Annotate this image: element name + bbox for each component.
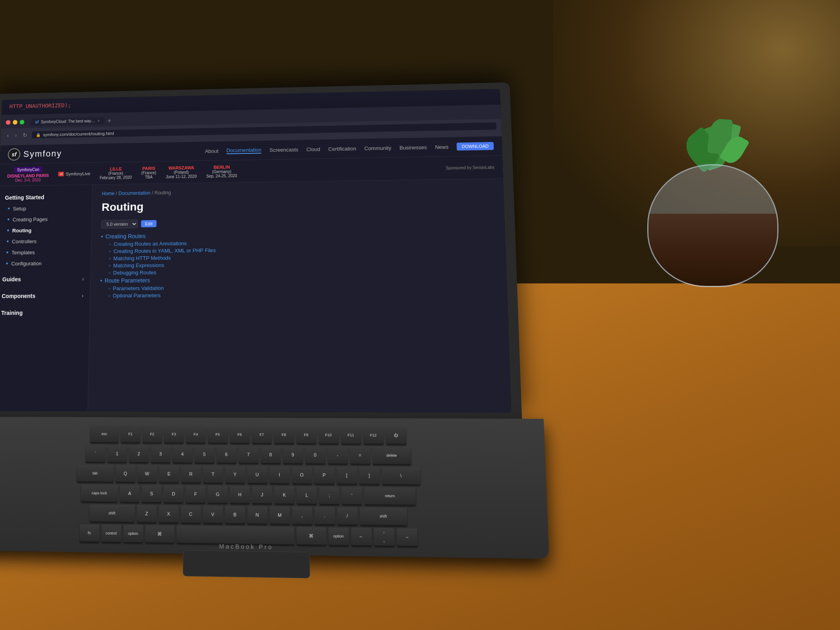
toc-link-params-validation[interactable]: Parameters Validation bbox=[108, 283, 497, 291]
toc-link-route-parameters[interactable]: Route Parameters bbox=[100, 274, 496, 284]
key-f[interactable]: F bbox=[185, 485, 205, 503]
key-a[interactable]: A bbox=[120, 485, 140, 503]
key-fn[interactable]: fn bbox=[79, 524, 99, 542]
close-button[interactable] bbox=[6, 120, 11, 125]
key-f9[interactable]: F9 bbox=[296, 427, 317, 445]
key-backtick[interactable]: ` bbox=[85, 445, 105, 463]
key-q[interactable]: Q bbox=[115, 465, 135, 483]
key-7[interactable]: 7 bbox=[238, 446, 258, 464]
version-dropdown[interactable]: 5.0 version bbox=[101, 219, 138, 228]
key-2[interactable]: 2 bbox=[129, 445, 149, 463]
nav-cloud[interactable]: Cloud bbox=[306, 146, 320, 152]
key-j[interactable]: J bbox=[252, 486, 272, 504]
new-tab-button[interactable]: + bbox=[104, 117, 114, 124]
key-c[interactable]: C bbox=[180, 505, 201, 523]
sidebar-item-creating-pages[interactable]: • Creating Pages bbox=[0, 213, 92, 225]
refresh-button[interactable]: ↻ bbox=[21, 132, 29, 138]
sidebar-item-controllers[interactable]: • Controllers bbox=[0, 235, 91, 247]
back-button[interactable]: ‹ bbox=[5, 132, 10, 139]
key-esc[interactable]: esc bbox=[90, 425, 119, 443]
key-y[interactable]: Y bbox=[225, 466, 245, 484]
key-backspace[interactable]: delete bbox=[372, 447, 411, 465]
key-s[interactable]: S bbox=[142, 485, 162, 503]
key-8[interactable]: 8 bbox=[260, 446, 281, 464]
maximize-button[interactable] bbox=[20, 120, 25, 124]
key-f12[interactable]: F12 bbox=[363, 427, 383, 445]
key-lbracket[interactable]: [ bbox=[336, 467, 357, 485]
sidebar-item-templates[interactable]: • Templates bbox=[0, 246, 91, 258]
key-l[interactable]: L bbox=[297, 486, 317, 505]
key-f11[interactable]: F11 bbox=[340, 427, 361, 445]
key-f10[interactable]: F10 bbox=[318, 427, 339, 445]
nav-news[interactable]: News bbox=[435, 144, 449, 150]
browser-tab-active[interactable]: sf SymfonyCloud: The best way to host yo… bbox=[30, 117, 105, 126]
key-f3[interactable]: F3 bbox=[164, 426, 184, 443]
key-m[interactable]: M bbox=[269, 507, 290, 525]
key-3[interactable]: 3 bbox=[151, 445, 171, 463]
breadcrumb-docs[interactable]: Documentation bbox=[119, 190, 151, 196]
nav-about[interactable]: About bbox=[205, 148, 219, 154]
key-lshift[interactable]: shift bbox=[89, 504, 135, 523]
key-ctrl[interactable]: control bbox=[101, 525, 121, 543]
key-f5[interactable]: F5 bbox=[208, 426, 228, 444]
key-slash[interactable]: / bbox=[337, 507, 358, 525]
key-e[interactable]: E bbox=[159, 465, 179, 483]
edit-button[interactable]: Edit bbox=[141, 220, 157, 228]
key-rshift[interactable]: shift bbox=[359, 507, 407, 526]
sidebar-components-title[interactable]: Components › bbox=[0, 289, 90, 303]
key-i[interactable]: I bbox=[269, 466, 290, 484]
key-9[interactable]: 9 bbox=[283, 446, 303, 464]
key-6[interactable]: 6 bbox=[216, 446, 236, 464]
key-w[interactable]: W bbox=[137, 465, 157, 483]
touchpad[interactable] bbox=[183, 550, 310, 578]
key-f4[interactable]: F4 bbox=[186, 426, 206, 443]
nav-businesses[interactable]: Businesses bbox=[399, 144, 427, 151]
key-b[interactable]: B bbox=[225, 506, 245, 524]
key-left[interactable]: ← bbox=[351, 527, 372, 546]
key-x[interactable]: X bbox=[158, 505, 178, 523]
toc-link-optional-params[interactable]: Optional Parameters bbox=[108, 290, 497, 299]
key-minus[interactable]: - bbox=[327, 447, 348, 465]
key-f2[interactable]: F2 bbox=[142, 426, 162, 443]
key-r[interactable]: R bbox=[181, 466, 201, 484]
key-right[interactable]: → bbox=[396, 528, 418, 547]
key-4[interactable]: 4 bbox=[172, 445, 192, 463]
key-enter[interactable]: return bbox=[364, 487, 416, 506]
key-5[interactable]: 5 bbox=[194, 446, 215, 464]
key-semicolon[interactable]: ; bbox=[319, 486, 340, 505]
key-tab[interactable]: tab bbox=[76, 465, 113, 483]
key-f8[interactable]: F8 bbox=[274, 426, 294, 444]
key-rcmd[interactable]: ⌘ bbox=[296, 527, 326, 546]
download-button[interactable]: DOWNLOAD bbox=[457, 142, 494, 151]
key-space[interactable] bbox=[176, 525, 294, 545]
key-lcmd[interactable]: ⌘ bbox=[145, 525, 174, 543]
key-g[interactable]: G bbox=[208, 486, 228, 504]
key-f7[interactable]: F7 bbox=[252, 426, 272, 444]
key-updown[interactable]: ↑↓ bbox=[374, 528, 395, 546]
nav-documentation[interactable]: Documentation bbox=[226, 147, 261, 154]
nav-community[interactable]: Community bbox=[364, 145, 391, 151]
tab-close-icon[interactable]: × bbox=[98, 119, 100, 123]
key-0[interactable]: 0 bbox=[305, 446, 325, 464]
key-n[interactable]: N bbox=[247, 506, 267, 525]
forward-button[interactable]: › bbox=[13, 132, 18, 138]
key-1[interactable]: 1 bbox=[107, 445, 127, 463]
key-d[interactable]: D bbox=[164, 485, 184, 503]
key-o[interactable]: O bbox=[292, 466, 312, 484]
key-caps[interactable]: caps lock bbox=[81, 484, 118, 502]
nav-screencasts[interactable]: Screencasts bbox=[269, 146, 298, 153]
key-backslash[interactable]: \ bbox=[381, 467, 420, 485]
key-period[interactable]: . bbox=[314, 507, 335, 525]
sidebar-item-configuration[interactable]: • Configuration bbox=[0, 257, 91, 269]
sidebar-item-setup[interactable]: • Setup bbox=[0, 202, 92, 215]
key-ropt[interactable]: option bbox=[328, 527, 349, 546]
nav-certification[interactable]: Certification bbox=[328, 146, 356, 152]
key-comma[interactable]: , bbox=[292, 507, 313, 525]
key-v[interactable]: V bbox=[203, 506, 223, 524]
key-f6[interactable]: F6 bbox=[230, 426, 250, 444]
key-z[interactable]: Z bbox=[137, 505, 157, 523]
minimize-button[interactable] bbox=[13, 120, 18, 124]
key-power[interactable]: ⏻ bbox=[386, 427, 406, 445]
key-quote[interactable]: ' bbox=[342, 487, 363, 505]
key-equals[interactable]: = bbox=[350, 447, 370, 465]
